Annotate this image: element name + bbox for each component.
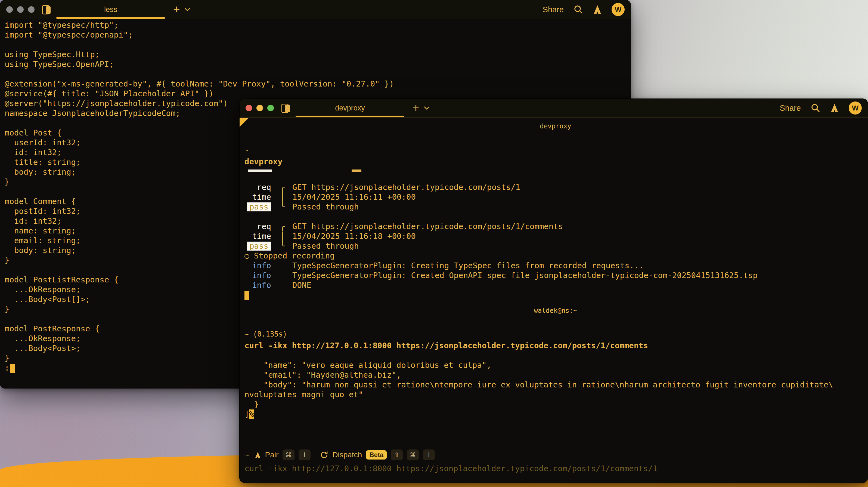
json-line-end: ]%	[245, 409, 867, 419]
titlebar-front: devproxy + Share W	[240, 99, 868, 118]
json-line-close: }	[245, 399, 867, 409]
info-label: info	[245, 280, 273, 290]
info-message: DONE	[292, 280, 867, 290]
avatar[interactable]: W	[612, 3, 625, 16]
tab-devproxy[interactable]: devproxy	[296, 99, 404, 117]
tab-title: devproxy	[335, 104, 365, 112]
request-block-1: req ╭ GET https://jsonplaceholder.typico…	[245, 182, 867, 212]
key-i: I	[299, 450, 311, 460]
time-label: time	[245, 231, 273, 241]
bracket-bottom: ╰	[273, 241, 292, 251]
new-tab-button[interactable]: +	[173, 4, 180, 15]
share-button[interactable]: Share	[543, 5, 564, 14]
bracket-top: ╭	[273, 182, 292, 192]
tab-less[interactable]: less	[56, 0, 165, 19]
warp-logo-icon	[255, 452, 261, 458]
request-timestamp: 15/04/2025 11:16:18 +00:00	[292, 231, 867, 241]
new-tab-button[interactable]: +	[412, 102, 419, 114]
block-cursor	[245, 291, 249, 300]
zoom-button[interactable]	[267, 105, 274, 111]
close-button[interactable]	[246, 105, 252, 111]
beta-badge: Beta	[366, 450, 387, 459]
terminal-window-devproxy[interactable]: devproxy + Share W devproxy ~ devproxy	[239, 98, 868, 483]
command-devproxy: devproxy	[245, 157, 867, 166]
notebook-icon[interactable]	[281, 103, 291, 113]
bracket-top: ╭	[273, 221, 292, 231]
info-message: TypeSpecGeneratorPlugin: Created OpenAPI…	[292, 270, 867, 280]
avatar[interactable]: W	[849, 101, 862, 115]
req-label: req	[245, 221, 273, 231]
traffic-lights	[6, 6, 34, 13]
traffic-lights	[246, 105, 274, 111]
close-button[interactable]	[6, 6, 13, 13]
pass-badge: pass	[247, 203, 271, 211]
command-suggestion[interactable]: curl -ikx http://127.0.0.1:8000 https://…	[245, 464, 657, 474]
warp-logo-icon	[593, 5, 602, 14]
json-line-email: "email": "Hayden@althea.biz",	[245, 370, 867, 380]
shell-percent-marker: %	[249, 409, 254, 419]
stopped-recording-line: ○ Stopped recording	[245, 251, 867, 261]
request-url: GET https://jsonplaceholder.typicode.com…	[292, 221, 867, 231]
zoom-button[interactable]	[28, 6, 34, 13]
dispatch-icon	[320, 451, 328, 459]
key-cmd: ⌘	[407, 450, 419, 460]
bracket-mid: │	[273, 192, 292, 202]
pass-badge: pass	[247, 242, 271, 250]
clipped-output-row	[240, 170, 868, 172]
request-status: Passed through	[292, 241, 867, 251]
info-label: info	[245, 261, 273, 270]
notebook-icon[interactable]	[41, 4, 52, 15]
search-icon[interactable]	[811, 103, 820, 113]
search-icon[interactable]	[574, 5, 583, 14]
command-curl: curl -ikx http://127.0.0.1:8000 https://…	[245, 341, 867, 351]
titlebar-back: less + Share W	[0, 0, 630, 19]
key-i: I	[423, 450, 435, 460]
pair-button[interactable]: Pair	[265, 451, 278, 459]
warp-logo-icon	[830, 103, 839, 113]
chevron-down-icon[interactable]	[424, 106, 430, 110]
info-message: TypeSpecGeneratorPlugin: Creating TypeSp…	[292, 261, 867, 270]
clipped-pass-badge	[248, 170, 272, 172]
json-line-id-clipped: "id": 5,	[245, 351, 867, 360]
block-separator	[240, 303, 868, 303]
req-label: req	[245, 182, 273, 192]
dispatch-button[interactable]: Dispatch	[332, 451, 362, 459]
chevron-down-icon[interactable]	[184, 8, 190, 11]
cwd-indicator: ~	[245, 145, 867, 155]
clipped-text-fragment	[351, 170, 362, 172]
terminal-pane-devproxy[interactable]: devproxy ~ devproxy req ╭ GET https://js…	[240, 118, 868, 483]
request-timestamp: 15/04/2025 11:16:11 +00:00	[292, 192, 867, 202]
tab-title: less	[104, 5, 117, 14]
info-label: info	[245, 270, 273, 280]
cwd-indicator: ~	[245, 450, 249, 460]
share-button[interactable]: Share	[780, 104, 801, 113]
session-header: waldek@ns:~	[245, 306, 867, 315]
block-cursor	[10, 364, 15, 373]
footer-toolbar: ~ Pair ⌘ I Dispatch Beta ⇧ ⌘ I	[245, 449, 435, 461]
minimize-button[interactable]	[17, 6, 24, 13]
info-log: info TypeSpecGeneratorPlugin: Creating T…	[245, 261, 867, 290]
active-cursor-row	[245, 290, 867, 300]
request-url: GET https://jsonplaceholder.typicode.com…	[292, 182, 867, 192]
block-header: devproxy	[245, 121, 867, 131]
request-block-2: req ╭ GET https://jsonplaceholder.typico…	[245, 221, 867, 251]
duration-line: ~ (0.135s)	[245, 329, 867, 339]
json-line-body-wrap: nvoluptates magni quo et"	[245, 390, 867, 399]
bracket-mid: │	[273, 231, 292, 241]
input-footer[interactable]: ~ Pair ⌘ I Dispatch Beta ⇧ ⌘ I cu	[240, 446, 868, 483]
request-status: Passed through	[292, 202, 867, 212]
json-line-body: "body": "harum non quasi et ratione\ntem…	[245, 380, 867, 390]
desktop-wallpaper: less + Share W import "@typespec/http"; …	[0, 0, 868, 487]
minimize-button[interactable]	[256, 105, 263, 111]
bracket-bottom: ╰	[273, 202, 292, 212]
key-shift: ⇧	[391, 450, 403, 460]
key-cmd: ⌘	[282, 450, 294, 460]
json-line-name: "name": "vero eaque aliquid doloribus et…	[245, 360, 867, 370]
time-label: time	[245, 192, 273, 202]
